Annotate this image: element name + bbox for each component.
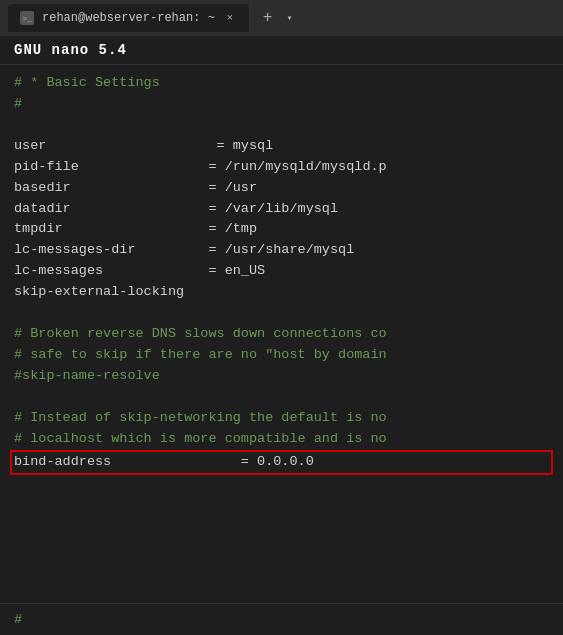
setting-key: user — [14, 136, 208, 157]
comment-line: # Instead of skip-networking the default… — [14, 408, 549, 429]
plain-line: skip-external-locking — [14, 282, 549, 303]
setting-eq: = — [200, 157, 224, 178]
setting-key: lc-messages — [14, 261, 200, 282]
comment-line: # localhost which is more compatible and… — [14, 429, 549, 450]
setting-val: /run/mysqld/mysqld.p — [225, 157, 387, 178]
tab-label: rehan@webserver-rehan: ~ — [42, 11, 215, 25]
comment-text: # * Basic Settings — [14, 73, 160, 94]
plain-text: skip-external-locking — [14, 282, 184, 303]
empty-line — [14, 387, 549, 408]
bottom-bar: # — [0, 603, 563, 635]
setting-eq: = — [200, 240, 224, 261]
setting-key: datadir — [14, 199, 200, 220]
comment-text: # Broken reverse DNS slows down connecti… — [14, 324, 387, 345]
dropdown-button[interactable]: ▾ — [282, 7, 296, 29]
editor-content: # * Basic Settings# user = mysqlpid-file… — [0, 65, 563, 603]
setting-val: /tmp — [225, 219, 257, 240]
empty-line — [14, 495, 549, 516]
bottom-hash: # — [14, 612, 22, 627]
setting-eq: = — [200, 261, 224, 282]
setting-eq: = — [208, 136, 232, 157]
comment-line: # * Basic Settings — [14, 73, 549, 94]
empty-line — [14, 115, 549, 136]
comment-text: #skip-name-resolve — [14, 366, 160, 387]
setting-eq: = — [233, 452, 257, 473]
setting-line: lc-messages = en_US — [14, 261, 549, 282]
comment-line: # — [14, 94, 549, 115]
new-tab-button[interactable]: + — [257, 7, 279, 29]
setting-line: datadir = /var/lib/mysql — [14, 199, 549, 220]
comment-text: # localhost which is more compatible and… — [14, 429, 387, 450]
empty-line — [14, 475, 549, 496]
comment-text: # Instead of skip-networking the default… — [14, 408, 387, 429]
nano-header: GNU nano 5.4 — [0, 36, 563, 65]
setting-eq: = — [200, 199, 224, 220]
title-bar-buttons: + ▾ — [257, 7, 297, 29]
terminal-icon: >_ — [20, 11, 34, 25]
setting-val: /usr — [225, 178, 257, 199]
setting-val: /usr/share/mysql — [225, 240, 355, 261]
setting-eq: = — [200, 178, 224, 199]
setting-line: lc-messages-dir = /usr/share/mysql — [14, 240, 549, 261]
setting-key: tmpdir — [14, 219, 200, 240]
comment-text: # — [14, 94, 22, 115]
comment-line: # Broken reverse DNS slows down connecti… — [14, 324, 549, 345]
setting-line: tmpdir = /tmp — [14, 219, 549, 240]
setting-eq: = — [200, 219, 224, 240]
setting-key: basedir — [14, 178, 200, 199]
setting-key: lc-messages-dir — [14, 240, 200, 261]
setting-key: pid-file — [14, 157, 200, 178]
setting-val: mysql — [233, 136, 274, 157]
comment-text: # safe to skip if there are no "host by … — [14, 345, 387, 366]
setting-line: pid-file = /run/mysqld/mysqld.p — [14, 157, 549, 178]
title-bar: >_ rehan@webserver-rehan: ~ × + ▾ — [0, 0, 563, 36]
setting-val: en_US — [225, 261, 266, 282]
terminal-tab[interactable]: >_ rehan@webserver-rehan: ~ × — [8, 4, 249, 32]
setting-line: basedir = /usr — [14, 178, 549, 199]
setting-key: bind-address — [14, 452, 233, 473]
setting-val: 0.0.0.0 — [257, 452, 314, 473]
comment-line: # safe to skip if there are no "host by … — [14, 345, 549, 366]
tab-close-button[interactable]: × — [223, 11, 237, 25]
setting-val: /var/lib/mysql — [225, 199, 338, 220]
highlighted-setting-line: bind-address = 0.0.0.0 — [10, 450, 553, 475]
terminal-window: >_ rehan@webserver-rehan: ~ × + ▾ GNU na… — [0, 0, 563, 635]
setting-line: user = mysql — [14, 136, 549, 157]
empty-line — [14, 303, 549, 324]
comment-line: #skip-name-resolve — [14, 366, 549, 387]
